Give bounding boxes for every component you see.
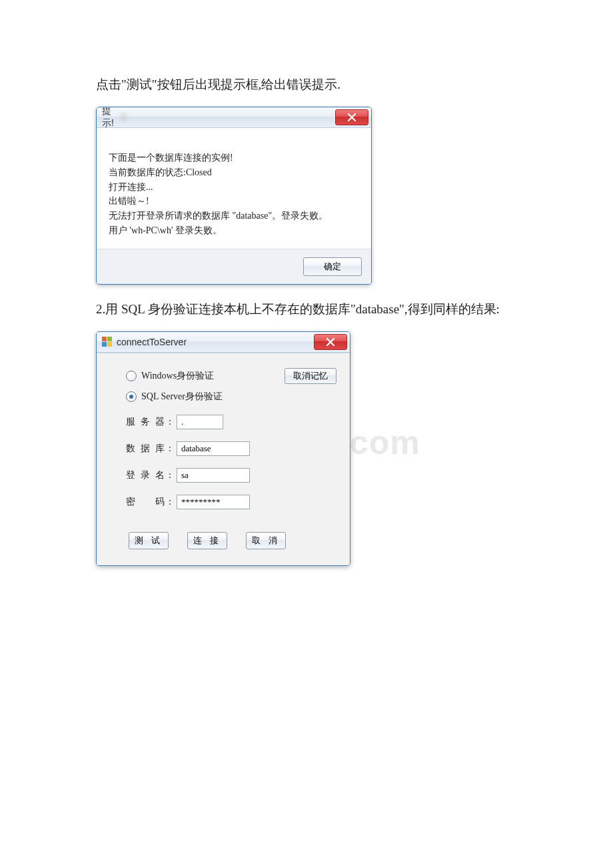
msg-line-3: 打开连接...: [109, 180, 360, 195]
connect-dialog-title: connectToServer: [117, 337, 187, 347]
msg-line-1: 下面是一个数据库连接的实例!: [109, 151, 360, 165]
connect-dialog: connectToServer Windows身份验证 取消记忆 SQL Ser: [96, 331, 350, 566]
radio-icon: [126, 371, 137, 381]
password-input[interactable]: [177, 495, 250, 509]
connect-button[interactable]: 连 接: [187, 532, 227, 549]
message-dialog-titlebar[interactable]: 提示!: [97, 107, 371, 128]
connect-dialog-titlebar[interactable]: connectToServer: [97, 332, 350, 353]
password-label: 密 码: [126, 496, 165, 508]
msg-line-5: 无法打开登录所请求的数据库 "database"。登录失败。: [109, 209, 360, 223]
login-label: 登录名: [126, 469, 165, 481]
close-button[interactable]: [335, 109, 368, 125]
message-dialog-title: 提示!: [102, 107, 116, 129]
connect-dialog-body: Windows身份验证 取消记忆 SQL Server身份验证 服务器: 数据库…: [97, 353, 350, 565]
database-label: 数据库: [126, 443, 165, 455]
message-dialog-footer: 确定: [97, 249, 371, 284]
server-label: 服务器: [126, 416, 165, 428]
test-button[interactable]: 测 试: [129, 532, 169, 549]
paragraph-1: 点击"测试"按钮后出现提示框,给出错误提示.: [96, 75, 517, 95]
radio-sql-auth[interactable]: SQL Server身份验证: [126, 391, 223, 403]
radio-icon: [126, 391, 137, 402]
close-button[interactable]: [314, 334, 347, 350]
message-dialog: 提示! 下面是一个数据库连接的实例! 当前数据库的状态:Closed 打开连接.…: [96, 107, 372, 284]
clear-memory-button[interactable]: 取消记忆: [285, 368, 336, 384]
titlebar-blur-decoration: [120, 113, 127, 122]
login-input[interactable]: [177, 468, 250, 483]
radio-windows-auth-label: Windows身份验证: [141, 370, 214, 382]
msg-line-6: 用户 'wh-PC\wh' 登录失败。: [109, 223, 360, 238]
radio-sql-auth-label: SQL Server身份验证: [141, 391, 223, 403]
msg-line-2: 当前数据库的状态:Closed: [109, 165, 360, 180]
paragraph-2: 2.用 SQL 身份验证连接本机上不存在的数据库"database",得到同样的…: [96, 299, 517, 319]
cancel-button[interactable]: 取 消: [246, 532, 286, 549]
message-dialog-body: 下面是一个数据库连接的实例! 当前数据库的状态:Closed 打开连接... 出…: [97, 128, 371, 248]
database-input[interactable]: [177, 441, 250, 456]
ok-button[interactable]: 确定: [303, 257, 362, 276]
close-icon: [347, 113, 356, 121]
app-icon: [102, 337, 113, 347]
close-icon: [326, 338, 335, 346]
radio-windows-auth[interactable]: Windows身份验证: [126, 370, 214, 382]
msg-line-4: 出错啦～!: [109, 194, 360, 209]
server-input[interactable]: [177, 415, 223, 429]
